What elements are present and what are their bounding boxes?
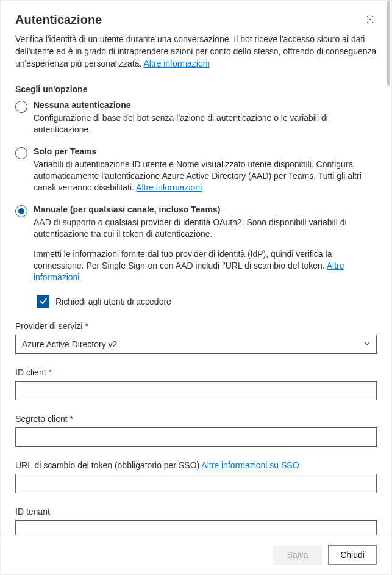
panel-content: Verifica l'identità di un utente durante…	[1, 33, 391, 535]
tokenurl-label: URL di scambio del token (obbligatorio p…	[15, 460, 377, 470]
radio-manual-dot	[18, 208, 24, 214]
option-none-desc: Configurazione di base del bot senza l'a…	[34, 112, 377, 136]
panel-title: Autenticazione	[15, 13, 102, 27]
clientsecret-group: Segreto client *	[15, 414, 377, 447]
teams-learn-more-link[interactable]: Altre informazioni	[136, 183, 202, 192]
clientid-input[interactable]	[15, 381, 377, 400]
option-manual-title[interactable]: Manuale (per qualsiasi canale, incluso T…	[34, 204, 377, 214]
tenantid-input[interactable]	[15, 520, 377, 535]
close-footer-button[interactable]: Chiudi	[328, 545, 377, 565]
provider-label: Provider di servizi *	[15, 321, 377, 331]
provider-select[interactable]: Azure Active Directory v2	[15, 335, 377, 354]
option-none-title[interactable]: Nessuna autenticazione	[34, 100, 377, 110]
provider-value: Azure Active Directory v2	[22, 339, 117, 349]
tokenurl-group: URL di scambio del token (obbligatorio p…	[15, 460, 377, 493]
require-signin-checkbox[interactable]	[37, 295, 49, 308]
option-manual: Manuale (per qualsiasi canale, incluso T…	[15, 204, 377, 308]
option-teams-body: Solo per Teams Variabili di autenticazio…	[34, 146, 377, 193]
clientid-label: ID client *	[15, 367, 377, 377]
required-mark: *	[85, 321, 88, 331]
clientsecret-label-text: Segreto client	[15, 414, 68, 424]
clientsecret-label: Segreto client *	[15, 414, 377, 424]
option-manual-extra-text: Immetti le informazioni fornite dal tuo …	[34, 249, 332, 270]
radio-none[interactable]	[15, 101, 27, 113]
clientsecret-input[interactable]	[15, 427, 377, 447]
require-signin-label[interactable]: Richiedi agli utenti di accedere	[55, 297, 171, 306]
scrollbar[interactable]	[386, 1, 391, 574]
close-icon	[366, 16, 374, 26]
choose-option-label: Scegli un'opzione	[15, 84, 377, 94]
learn-more-link[interactable]: Altre informazioni	[144, 59, 210, 68]
required-mark: *	[48, 367, 51, 377]
tokenurl-input[interactable]	[15, 474, 377, 493]
sso-learn-more-link[interactable]: Altre informazioni su SSO	[201, 460, 299, 470]
radio-manual[interactable]	[15, 205, 27, 217]
panel-description: Verifica l'identità di un utente durante…	[15, 33, 377, 70]
required-mark: *	[70, 414, 73, 424]
tenantid-group: ID tenant	[15, 507, 377, 535]
option-teams-title[interactable]: Solo per Teams	[34, 146, 377, 156]
scrollbar-thumb[interactable]	[387, 1, 390, 86]
provider-label-text: Provider di servizi	[15, 321, 82, 331]
option-manual-desc: AAD di supporto o qualsiasi provider di …	[34, 217, 377, 240]
require-signin-row: Richiedi agli utenti di accedere	[37, 295, 377, 308]
tokenurl-label-text: URL di scambio del token (obbligatorio p…	[15, 460, 199, 470]
option-teams: Solo per Teams Variabili di autenticazio…	[15, 146, 377, 193]
provider-select-wrapper: Azure Active Directory v2	[15, 335, 377, 354]
option-teams-desc: Variabili di autenticazione ID utente e …	[34, 159, 377, 193]
save-button[interactable]: Salva	[273, 545, 322, 565]
auth-panel: Autenticazione Verifica l'identità di un…	[0, 0, 392, 575]
option-none-body: Nessuna autenticazione Configurazione di…	[34, 100, 377, 136]
provider-group: Provider di servizi * Azure Active Direc…	[15, 321, 377, 354]
option-none: Nessuna autenticazione Configurazione di…	[15, 100, 377, 136]
option-manual-extra: Immetti le informazioni fornite dal tuo …	[34, 248, 377, 283]
option-manual-body: Manuale (per qualsiasi canale, incluso T…	[34, 204, 377, 308]
clientid-group: ID client *	[15, 367, 377, 400]
radio-teams[interactable]	[15, 147, 27, 159]
clientid-label-text: ID client	[15, 367, 46, 377]
panel-header: Autenticazione	[1, 1, 391, 33]
tenantid-label: ID tenant	[15, 507, 377, 516]
check-icon	[39, 297, 48, 307]
panel-footer: Salva Chiudi	[1, 535, 391, 574]
close-button[interactable]	[363, 13, 377, 28]
